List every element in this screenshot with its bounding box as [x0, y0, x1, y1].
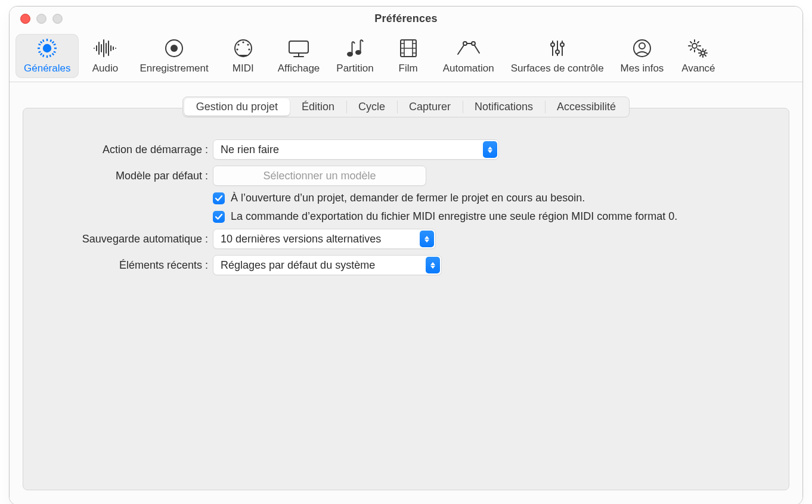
minimize-window-button[interactable]	[36, 14, 47, 24]
gear-icon	[35, 36, 59, 60]
recent-items-value: Réglages par défaut du système	[221, 259, 375, 272]
display-icon	[286, 36, 312, 60]
toolbar-tab-midi[interactable]: MIDI	[217, 34, 269, 78]
svg-point-15	[247, 43, 249, 45]
toolbar-tab-label: Audio	[92, 63, 118, 74]
window-title: Préférences	[374, 13, 437, 25]
toolbar-tab-generales[interactable]: Générales	[16, 34, 79, 78]
music-notes-icon	[343, 36, 367, 60]
midi-format0-label: La commande d’exportation du fichier MID…	[231, 210, 677, 223]
toolbar-tab-label: Avancé	[681, 63, 715, 74]
toolbar-tab-label: Enregistrement	[140, 63, 208, 74]
toolbar-tab-label: Surfaces de contrôle	[511, 63, 604, 74]
window-controls	[20, 14, 63, 24]
gears-icon	[685, 36, 711, 60]
svg-point-43	[692, 43, 697, 48]
subtab-capturer[interactable]: Capturer	[397, 98, 463, 116]
subtab-bar: Gestion du projet Édition Cycle Capturer…	[23, 97, 789, 117]
toolbar-tab-label: Affichage	[278, 63, 320, 74]
subtab-cycle[interactable]: Cycle	[346, 98, 397, 116]
toolbar-tab-surfaces[interactable]: Surfaces de contrôle	[503, 34, 612, 78]
ask-close-project-checkbox[interactable]	[213, 192, 225, 204]
svg-point-39	[556, 50, 559, 54]
toolbar-tab-label: Automation	[443, 63, 494, 74]
toolbar-tab-partition[interactable]: Partition	[328, 34, 382, 78]
toolbar-tab-automation[interactable]: Automation	[435, 34, 503, 78]
toolbar-tab-label: Générales	[24, 63, 70, 74]
row-default-template: Modèle par défaut : Sélectionner un modè…	[35, 166, 777, 186]
settings-panel: Action de démarrage : Ne rien faire Modè…	[23, 108, 789, 490]
toolbar-tab-label: Partition	[336, 63, 373, 74]
default-template-label: Modèle par défaut :	[35, 170, 213, 182]
row-auto-backup: Sauvegarde automatique : 10 dernières ve…	[35, 229, 777, 249]
subtab-accessibilite[interactable]: Accessibilité	[545, 98, 628, 116]
toolbar: Générales	[10, 30, 802, 82]
row-recent-items: Éléments récents : Réglages par défaut d…	[35, 255, 777, 275]
row-startup-action: Action de démarrage : Ne rien faire	[35, 139, 777, 160]
subtab-notifications[interactable]: Notifications	[463, 98, 545, 116]
toolbar-tab-mesinfos[interactable]: Mes infos	[612, 34, 672, 78]
svg-point-42	[639, 43, 645, 49]
content-area: Gestion du projet Édition Cycle Capturer…	[10, 82, 802, 504]
toolbar-tab-affichage[interactable]: Affichage	[269, 34, 328, 78]
row-ask-close-project: À l’ouverture d’un projet, demander de f…	[35, 192, 777, 204]
toolbar-tab-label: Mes infos	[621, 63, 664, 74]
ask-close-project-label: À l’ouverture d’un projet, demander de f…	[231, 192, 585, 204]
subtab-segmented: Gestion du projet Édition Cycle Capturer…	[182, 97, 630, 117]
row-midi-format0: La commande d’exportation du fichier MID…	[35, 210, 777, 223]
startup-action-popup[interactable]: Ne rien faire	[213, 139, 499, 160]
recent-items-label: Éléments récents :	[35, 259, 213, 272]
toolbar-tab-enregistrement[interactable]: Enregistrement	[131, 34, 216, 78]
toolbar-tab-label: MIDI	[233, 63, 254, 74]
toolbar-tab-avance[interactable]: Avancé	[672, 34, 724, 78]
auto-backup-value: 10 dernières versions alternatives	[221, 233, 381, 245]
popup-stepper-icon	[426, 257, 440, 273]
titlebar: Préférences	[10, 7, 802, 30]
startup-action-value: Ne rien faire	[221, 144, 279, 156]
toolbar-items: Générales	[16, 34, 796, 78]
svg-point-12	[171, 45, 178, 52]
svg-point-16	[236, 48, 238, 50]
svg-point-17	[248, 48, 250, 50]
svg-point-44	[701, 51, 705, 55]
startup-action-label: Action de démarrage :	[35, 144, 213, 156]
svg-point-0	[44, 45, 51, 52]
svg-rect-18	[289, 41, 308, 53]
midi-format0-checkbox[interactable]	[213, 211, 225, 223]
recent-items-popup[interactable]: Réglages par défaut du système	[213, 255, 442, 275]
preferences-window: Préférences Générales	[9, 6, 803, 504]
toolbar-tab-audio[interactable]: Audio	[79, 34, 131, 78]
zoom-window-button[interactable]	[52, 14, 63, 24]
svg-point-33	[463, 42, 467, 45]
record-icon	[162, 36, 186, 60]
subtab-gestion-projet[interactable]: Gestion du projet	[184, 98, 290, 116]
select-template-button-label: Sélectionner un modèle	[263, 170, 376, 182]
svg-point-40	[560, 43, 564, 46]
svg-point-13	[242, 41, 244, 43]
popup-stepper-icon	[483, 141, 497, 158]
subtab-edition[interactable]: Édition	[290, 98, 346, 116]
sliders-icon	[546, 36, 569, 60]
toolbar-tab-label: Film	[399, 63, 418, 74]
auto-backup-label: Sauvegarde automatique :	[35, 233, 213, 245]
waveform-icon	[92, 36, 118, 60]
svg-point-34	[472, 42, 475, 45]
svg-point-14	[237, 43, 239, 45]
auto-backup-popup[interactable]: 10 dernières versions alternatives	[213, 229, 436, 249]
close-window-button[interactable]	[20, 14, 30, 24]
select-template-button[interactable]: Sélectionner un modèle	[213, 166, 426, 186]
toolbar-tab-film[interactable]: Film	[382, 34, 435, 78]
svg-point-38	[551, 43, 554, 46]
film-icon	[398, 36, 419, 60]
midi-port-icon	[231, 36, 255, 60]
automation-curve-icon	[455, 36, 482, 60]
user-circle-icon	[630, 36, 654, 60]
popup-stepper-icon	[420, 231, 434, 247]
